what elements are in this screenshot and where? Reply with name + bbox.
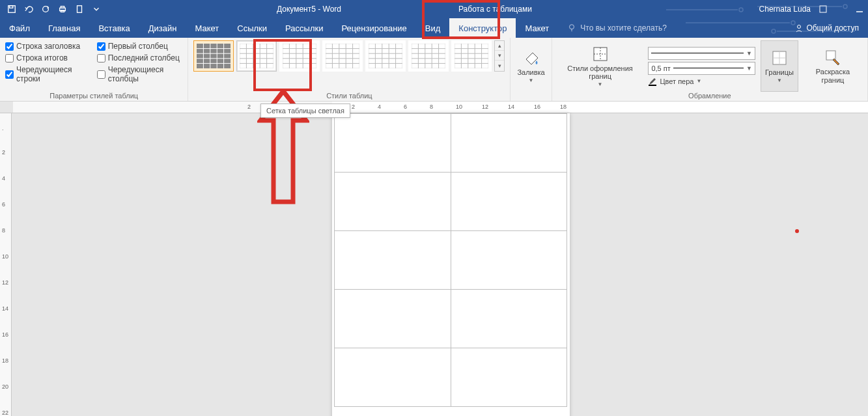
style-thumb-6[interactable] <box>408 40 449 72</box>
save-icon[interactable] <box>4 1 20 17</box>
line-width-preview <box>673 68 744 68</box>
undo-icon[interactable] <box>21 1 36 17</box>
document-area: 2 · 2 4 6 8 10 12 14 16 18 · 2 4 6 8 10 … <box>0 102 868 416</box>
vertical-ruler[interactable]: · 2 4 6 8 10 12 14 16 18 20 22 24 <box>0 113 12 416</box>
svg-rect-20 <box>197 44 231 68</box>
group-border-styles: Стили оформления границ ▼ ▼ 0,5 пт ▼ Цве… <box>552 38 868 101</box>
chk-banded-cols[interactable]: Чередующиеся столбцы <box>97 65 183 83</box>
chk-total-row[interactable]: Строка итогов <box>5 53 85 62</box>
user-area: Chernata Luda <box>759 3 829 15</box>
title-bar: Документ5 - Word Работа с таблицами Cher… <box>0 0 868 18</box>
tab-view[interactable]: Вид <box>416 18 450 38</box>
style-thumb-4[interactable] <box>322 40 363 72</box>
gallery-more-button[interactable]: ▴ ▾ ▾ <box>494 40 505 72</box>
group-label-style-options: Параметры стилей таблиц <box>5 92 182 101</box>
tab-table-design[interactable]: Конструктор <box>449 18 516 38</box>
borders-icon <box>770 49 789 67</box>
style-thumb-7[interactable] <box>451 40 492 72</box>
border-painter-icon <box>824 48 842 66</box>
svg-point-10 <box>739 8 743 12</box>
share-label: Общий доступ <box>806 23 859 33</box>
tab-file[interactable]: Файл <box>0 18 39 38</box>
chk-banded-rows[interactable]: Чередующиеся строки <box>5 65 85 83</box>
ribbon-tabs: Файл Главная Вставка Дизайн Макет Ссылки… <box>0 18 868 38</box>
svg-rect-6 <box>77 6 82 13</box>
svg-point-14 <box>843 5 847 8</box>
chevron-down-icon: ▼ <box>746 65 752 72</box>
group-table-styles: ▴ ▾ ▾ Стили таблиц <box>188 38 511 101</box>
style-thumb-5[interactable] <box>365 40 406 72</box>
svg-rect-29 <box>240 44 273 68</box>
tab-home[interactable]: Главная <box>39 18 89 38</box>
tab-review[interactable]: Рецензирование <box>332 18 415 38</box>
scroll-up-icon[interactable]: ▴ <box>495 41 504 51</box>
svg-rect-1 <box>10 6 13 8</box>
minimize-icon[interactable] <box>854 3 865 15</box>
cursor-dot <box>795 229 799 233</box>
ribbon-options-icon[interactable] <box>817 3 829 15</box>
pen-icon <box>648 77 657 86</box>
chk-last-col[interactable]: Последний столбец <box>97 53 183 62</box>
print-icon[interactable] <box>55 1 70 17</box>
style-thumb-3[interactable] <box>279 40 320 72</box>
redo-icon[interactable] <box>38 1 53 17</box>
border-style-icon <box>591 45 609 63</box>
border-painter-button[interactable]: Раскраска границ <box>804 40 862 92</box>
border-line-style-combo[interactable]: ▼ <box>648 47 755 60</box>
border-width-value: 0,5 пт <box>651 64 670 72</box>
shading-button[interactable]: Заливка ▼ <box>513 40 548 92</box>
svg-point-17 <box>570 25 574 29</box>
svg-rect-41 <box>649 85 656 86</box>
document-page[interactable] <box>332 113 570 416</box>
border-styles-button[interactable]: Стили оформления границ ▼ <box>557 40 643 92</box>
document-icon[interactable] <box>72 1 87 17</box>
chevron-down-icon: ▼ <box>529 77 534 83</box>
tell-me-search[interactable]: Что вы хотите сделать? <box>558 18 676 38</box>
tab-design[interactable]: Дизайн <box>139 18 186 38</box>
chk-header-row[interactable]: Строка заголовка <box>5 42 85 51</box>
scroll-down-icon[interactable]: ▾ <box>495 51 504 61</box>
group-shading: Заливка ▼ <box>511 38 552 101</box>
border-width-combo[interactable]: 0,5 пт ▼ <box>648 62 755 75</box>
chevron-down-icon: ▼ <box>598 81 603 87</box>
expand-gallery-icon[interactable]: ▾ <box>495 61 504 71</box>
chevron-down-icon: ▼ <box>777 77 782 83</box>
style-thumb-1[interactable] <box>193 40 234 72</box>
line-style-preview <box>651 53 744 53</box>
document-table[interactable] <box>334 113 567 407</box>
window-controls <box>854 3 865 15</box>
chevron-down-icon: ▼ <box>746 50 752 57</box>
tell-me-placeholder: Что вы хотите сделать? <box>580 23 667 33</box>
group-label-table-styles: Стили таблиц <box>193 92 505 101</box>
group-style-options: Строка заголовка Строка итогов Чередующи… <box>0 38 188 101</box>
tab-insert[interactable]: Вставка <box>89 18 139 38</box>
svg-rect-4 <box>61 7 64 8</box>
qat-more-icon[interactable] <box>89 1 104 17</box>
svg-rect-7 <box>820 6 826 12</box>
svg-point-19 <box>798 25 801 29</box>
horizontal-ruler[interactable]: 2 · 2 4 6 8 10 12 14 16 18 <box>0 102 868 113</box>
context-tab-title: Работа с таблицами <box>443 0 548 18</box>
pen-color-button[interactable]: Цвет пера ▼ <box>648 77 755 86</box>
tab-layout[interactable]: Макет <box>186 18 228 38</box>
paint-bucket-icon <box>522 49 540 67</box>
tab-mailings[interactable]: Рассылки <box>276 18 332 38</box>
share-button[interactable]: Общий доступ <box>788 18 865 38</box>
ribbon: Строка заголовка Строка итогов Чередующи… <box>0 38 868 102</box>
chk-first-col[interactable]: Первый столбец <box>97 42 183 51</box>
style-tooltip: Сетка таблицы светлая <box>260 104 350 118</box>
quick-access-toolbar <box>0 1 104 17</box>
chevron-down-icon: ▼ <box>696 78 701 84</box>
tab-references[interactable]: Ссылки <box>228 18 276 38</box>
group-label-borders: Обрамление <box>557 92 862 101</box>
style-thumb-2[interactable] <box>236 40 277 72</box>
tab-table-layout[interactable]: Макет <box>516 18 558 38</box>
window-title: Документ5 - Word <box>277 5 341 14</box>
lightbulb-icon <box>567 23 576 33</box>
share-icon <box>794 23 804 33</box>
user-name: Chernata Luda <box>759 5 811 14</box>
borders-button[interactable]: Границы ▼ <box>761 40 798 92</box>
